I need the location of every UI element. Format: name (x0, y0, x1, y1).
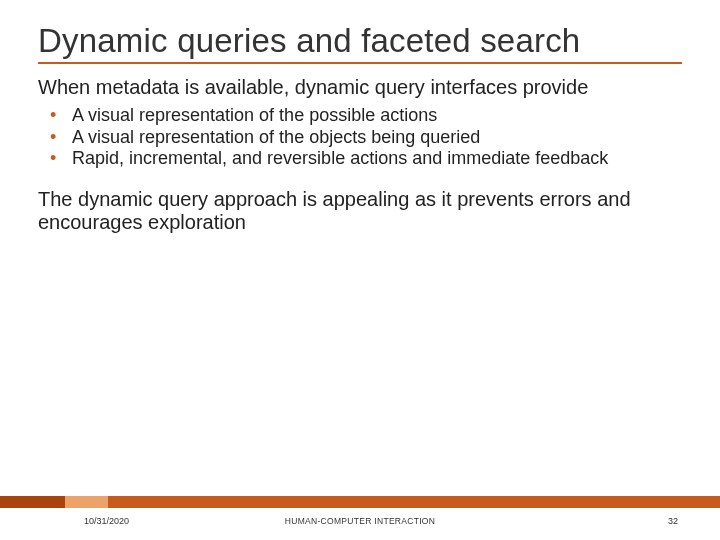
slide: Dynamic queries and faceted search When … (0, 0, 720, 540)
footer-date: 10/31/2020 (84, 516, 129, 526)
footer: 10/31/2020 HUMAN-COMPUTER INTERACTION 32 (0, 516, 720, 526)
lead-paragraph: When metadata is available, dynamic quer… (38, 76, 682, 99)
list-item: A visual representation of the objects b… (68, 127, 682, 149)
footer-course: HUMAN-COMPUTER INTERACTION (285, 516, 435, 526)
list-item: Rapid, incremental, and reversible actio… (68, 148, 682, 170)
body-paragraph: The dynamic query approach is appealing … (38, 188, 682, 234)
footer-page-number: 32 (668, 516, 678, 526)
list-item: A visual representation of the possible … (68, 105, 682, 127)
bullet-list: A visual representation of the possible … (38, 105, 682, 170)
decorative-bar (0, 496, 720, 508)
slide-title: Dynamic queries and faceted search (38, 22, 682, 60)
title-underline (38, 62, 682, 64)
